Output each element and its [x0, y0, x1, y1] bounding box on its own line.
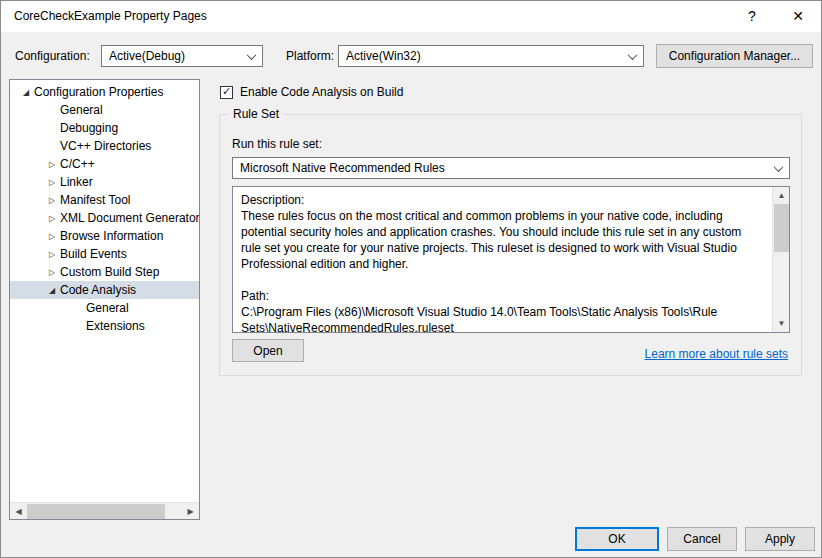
tree-item-extensions[interactable]: Extensions — [10, 317, 199, 335]
chevron-down-icon — [240, 46, 262, 66]
tree-item-label: Manifest Tool — [60, 193, 130, 207]
tree-item-c-c-[interactable]: ▷C/C++ — [10, 155, 199, 173]
tree-item-manifest-tool[interactable]: ▷Manifest Tool — [10, 191, 199, 209]
enable-code-analysis-checkbox[interactable]: ✓ — [220, 86, 233, 99]
chevron-down-icon — [767, 158, 789, 178]
platform-label: Platform: — [286, 45, 334, 67]
tree-expanded-icon[interactable]: ◢ — [18, 88, 34, 97]
tree-item-label: Browse Information — [60, 229, 163, 243]
scroll-up-icon[interactable]: ▲ — [773, 187, 790, 204]
enable-code-analysis-row[interactable]: ✓ Enable Code Analysis on Build — [220, 84, 403, 100]
tree-collapsed-icon[interactable]: ▷ — [44, 268, 60, 277]
platform-dropdown[interactable]: Active(Win32) — [338, 45, 644, 67]
open-button[interactable]: Open — [232, 339, 304, 362]
path-label: Path: — [241, 288, 764, 304]
tree-collapsed-icon[interactable]: ▷ — [44, 232, 60, 241]
blank-line — [241, 272, 764, 288]
help-button[interactable]: ? — [729, 1, 775, 32]
property-pages-dialog: CoreCheckExample Property Pages ? ✕ Conf… — [0, 0, 822, 558]
tree-collapsed-icon[interactable]: ▷ — [44, 160, 60, 169]
close-button[interactable]: ✕ — [775, 1, 821, 32]
tree-item-label: General — [60, 103, 103, 117]
tree-item-browse-information[interactable]: ▷Browse Information — [10, 227, 199, 245]
tree-item-code-analysis[interactable]: ◢Code Analysis — [10, 281, 199, 299]
description-body: These rules focus on the most critical a… — [241, 208, 764, 272]
enable-code-analysis-label: Enable Code Analysis on Build — [240, 85, 403, 99]
tree-item-general[interactable]: General — [10, 299, 199, 317]
tree-item-label: Debugging — [60, 121, 118, 135]
path-value: C:\Program Files (x86)\Microsoft Visual … — [241, 304, 764, 332]
tree-item-debugging[interactable]: Debugging — [10, 119, 199, 137]
rule-set-group-title: Rule Set — [229, 107, 283, 121]
tree-collapsed-icon[interactable]: ▷ — [44, 196, 60, 205]
rule-set-description-text: Description: These rules focus on the mo… — [233, 187, 772, 332]
rule-set-dropdown[interactable]: Microsoft Native Recommended Rules — [232, 157, 790, 179]
configuration-label: Configuration: — [15, 45, 90, 67]
run-rule-set-label: Run this rule set: — [232, 137, 322, 151]
description-scrollbar[interactable]: ▲ ▼ — [772, 187, 789, 332]
learn-more-link[interactable]: Learn more about rule sets — [645, 347, 788, 361]
scroll-down-icon[interactable]: ▼ — [773, 315, 790, 332]
tree-item-label: VC++ Directories — [60, 139, 151, 153]
tree-item-configuration-properties[interactable]: ◢Configuration Properties — [10, 83, 199, 101]
tree-horizontal-scrollbar[interactable]: ◀ ▶ — [10, 502, 199, 519]
description-label: Description: — [241, 192, 764, 208]
window-title: CoreCheckExample Property Pages — [1, 1, 729, 32]
tree-item-label: Extensions — [86, 319, 145, 333]
tree-collapsed-icon[interactable]: ▷ — [44, 214, 60, 223]
tree-scrollbar-thumb[interactable] — [27, 504, 165, 519]
configuration-manager-button[interactable]: Configuration Manager... — [656, 44, 813, 68]
description-scrollbar-thumb[interactable] — [774, 204, 789, 252]
tree-item-linker[interactable]: ▷Linker — [10, 173, 199, 191]
scroll-left-icon[interactable]: ◀ — [10, 503, 27, 519]
tree-item-label: Configuration Properties — [34, 85, 163, 99]
apply-button[interactable]: Apply — [745, 527, 815, 551]
tree-item-label: Code Analysis — [60, 283, 136, 297]
tree-item-label: Build Events — [60, 247, 127, 261]
tree-expanded-icon[interactable]: ◢ — [44, 286, 60, 295]
configuration-value: Active(Debug) — [109, 49, 185, 63]
scroll-right-icon[interactable]: ▶ — [182, 503, 199, 519]
tree-item-label: C/C++ — [60, 157, 95, 171]
chevron-down-icon — [621, 46, 643, 66]
tree-item-label: Linker — [60, 175, 93, 189]
rule-set-value: Microsoft Native Recommended Rules — [240, 161, 445, 175]
tree-item-build-events[interactable]: ▷Build Events — [10, 245, 199, 263]
tree-item-xml-document-generator[interactable]: ▷XML Document Generator — [10, 209, 199, 227]
tree-item-label: Custom Build Step — [60, 265, 159, 279]
config-tree: ◢Configuration PropertiesGeneralDebuggin… — [10, 83, 199, 502]
config-tree-panel: ◢Configuration PropertiesGeneralDebuggin… — [9, 79, 200, 520]
ok-button[interactable]: OK — [575, 527, 659, 551]
title-bar: CoreCheckExample Property Pages ? ✕ — [1, 1, 821, 32]
tree-item-vc-directories[interactable]: VC++ Directories — [10, 137, 199, 155]
tree-collapsed-icon[interactable]: ▷ — [44, 250, 60, 259]
platform-value: Active(Win32) — [346, 49, 421, 63]
configuration-dropdown[interactable]: Active(Debug) — [101, 45, 263, 67]
checkmark-icon: ✓ — [222, 86, 231, 97]
cancel-button[interactable]: Cancel — [667, 527, 737, 551]
tree-item-label: General — [86, 301, 129, 315]
rule-set-description-box: Description: These rules focus on the mo… — [232, 186, 790, 333]
tree-item-label: XML Document Generator — [60, 211, 199, 225]
tree-collapsed-icon[interactable]: ▷ — [44, 178, 60, 187]
tree-item-custom-build-step[interactable]: ▷Custom Build Step — [10, 263, 199, 281]
tree-item-general[interactable]: General — [10, 101, 199, 119]
